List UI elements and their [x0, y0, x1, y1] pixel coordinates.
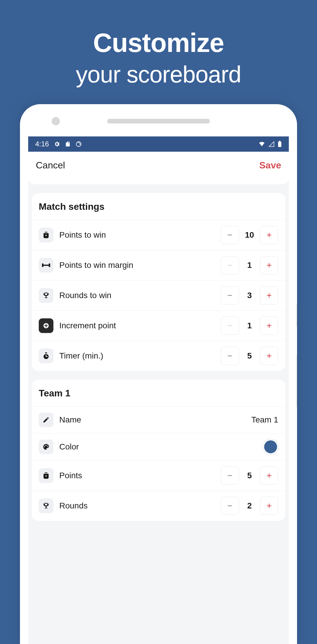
stepper-timer: 5 [221, 347, 278, 365]
stepper-value: 1 [239, 261, 260, 270]
team-name-value: Team 1 [251, 415, 278, 425]
row-label: Name [53, 415, 251, 425]
signal-icon [268, 141, 275, 147]
stepper-value: 2 [239, 501, 260, 511]
svg-point-28 [45, 445, 46, 446]
stepper-points-margin: 1 [221, 256, 278, 274]
stepper-value: 10 [239, 230, 260, 240]
stepper-rounds-to-win: 3 [221, 286, 278, 305]
svg-point-27 [44, 446, 45, 447]
svg-point-29 [46, 445, 47, 446]
camera-icon [52, 117, 60, 125]
plus-circle-icon [39, 318, 53, 333]
match-settings-card: Match settings Points to win 10 [32, 193, 285, 371]
row-label: Increment point [53, 321, 221, 330]
match-settings-title: Match settings [32, 201, 285, 220]
stepper-team-points: 5 [221, 466, 278, 485]
row-label: Color [53, 442, 263, 452]
jar-icon [39, 468, 53, 483]
promo-header: Customize your scoreboard [0, 0, 317, 88]
color-swatch[interactable] [263, 439, 278, 454]
row-label: Points to win margin [53, 261, 221, 270]
row-timer: Timer (min.) 5 [32, 341, 285, 371]
plus-button[interactable] [260, 286, 278, 305]
wifi-icon [258, 141, 265, 147]
plus-button[interactable] [260, 466, 278, 485]
plus-button[interactable] [260, 497, 278, 515]
phone-frame: 4:16 [20, 104, 297, 644]
trophy-icon [39, 288, 53, 303]
phone-side-button-top [296, 304, 297, 327]
svg-rect-9 [43, 265, 49, 266]
status-bar: 4:16 [28, 136, 289, 152]
svg-rect-22 [45, 352, 47, 353]
minus-button[interactable] [221, 286, 239, 305]
status-time: 4:16 [35, 140, 49, 148]
battery-icon [278, 141, 282, 147]
plus-button[interactable] [260, 226, 278, 244]
stopwatch-icon [39, 349, 53, 363]
minus-button[interactable] [221, 317, 239, 335]
palette-icon [39, 440, 53, 454]
svg-rect-7 [42, 263, 43, 267]
promo-subtitle: your scoreboard [0, 61, 317, 88]
svg-rect-8 [49, 263, 50, 267]
svg-point-3 [45, 235, 47, 236]
app-content: Cancel Save Match settings Points to win [28, 152, 289, 521]
row-rounds-to-win: Rounds to win 3 [32, 280, 285, 310]
no-sim-icon [75, 141, 82, 147]
svg-rect-2 [279, 141, 281, 142]
trophy-icon [39, 498, 53, 513]
phone-side-button-bottom [296, 355, 297, 408]
plus-button[interactable] [260, 347, 278, 365]
stepper-value: 1 [239, 321, 260, 330]
row-label: Points to win [53, 230, 221, 240]
row-label: Rounds [53, 501, 221, 511]
row-team-name[interactable]: Name Team 1 [32, 406, 285, 433]
plus-button[interactable] [260, 256, 278, 274]
app-header: Cancel Save [28, 152, 289, 184]
minus-button[interactable] [221, 226, 239, 244]
save-button[interactable]: Save [259, 160, 281, 171]
sd-card-icon [65, 141, 71, 147]
svg-rect-1 [278, 142, 281, 147]
cancel-button[interactable]: Cancel [36, 160, 65, 171]
screen: 4:16 [28, 136, 289, 644]
stepper-value: 5 [239, 351, 260, 361]
pencil-icon [39, 413, 53, 427]
row-team-color[interactable]: Color [32, 433, 285, 460]
gear-icon [54, 141, 60, 147]
stepper-value: 3 [239, 291, 260, 300]
stepper-team-rounds: 2 [221, 497, 278, 515]
row-team-points: Points 5 [32, 460, 285, 491]
jar-icon [39, 228, 53, 242]
minus-button[interactable] [221, 256, 239, 274]
row-increment-point: Increment point 1 [32, 310, 285, 341]
barbell-icon [39, 258, 53, 273]
row-points-margin: Points to win margin 1 [32, 250, 285, 280]
row-label: Timer (min.) [53, 351, 221, 361]
stepper-increment-point: 1 [221, 317, 278, 335]
row-team-rounds: Rounds 2 [32, 491, 285, 521]
row-label: Points [53, 471, 221, 480]
phone-notch [28, 114, 289, 128]
row-label: Rounds to win [53, 291, 221, 300]
stepper-points-to-win: 10 [221, 226, 278, 244]
team1-card: Team 1 Name Team 1 Color [32, 380, 285, 521]
speaker-icon [107, 119, 210, 124]
svg-point-31 [45, 475, 47, 476]
plus-button[interactable] [260, 317, 278, 335]
team1-title: Team 1 [32, 388, 285, 406]
row-points-to-win: Points to win 10 [32, 220, 285, 250]
minus-button[interactable] [221, 466, 239, 485]
stepper-value: 5 [239, 471, 260, 480]
promo-title: Customize [0, 28, 317, 58]
svg-point-30 [47, 446, 48, 447]
minus-button[interactable] [221, 497, 239, 515]
minus-button[interactable] [221, 347, 239, 365]
